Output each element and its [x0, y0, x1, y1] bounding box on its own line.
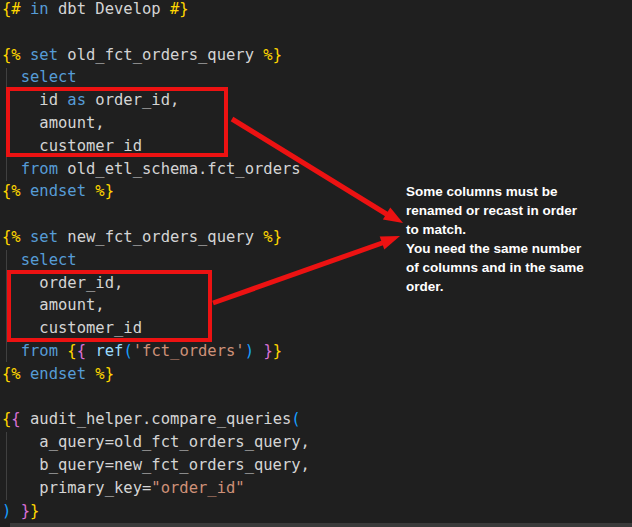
code-token: {#	[2, 0, 21, 18]
code-line	[0, 386, 632, 409]
code-line: {% set old_fct_orders_query %}	[0, 44, 632, 67]
code-token: 'fct_orders'	[133, 342, 245, 360]
code-token: audit_helper.compare_queries	[21, 410, 292, 428]
code-token: )	[245, 342, 254, 360]
code-token: from	[21, 160, 58, 178]
code-token	[21, 365, 30, 383]
code-token: {	[67, 342, 76, 360]
code-token	[2, 160, 21, 178]
code-token: old_etl_schema.fct_orders	[58, 160, 301, 178]
code-token	[86, 182, 95, 200]
code-line: select	[0, 66, 632, 89]
horizontal-scrollbar[interactable]	[10, 523, 632, 527]
code-token	[11, 502, 20, 520]
code-token	[2, 251, 21, 269]
code-token: {	[11, 410, 20, 428]
code-token: (	[123, 342, 132, 360]
code-token	[21, 182, 30, 200]
code-line: ) }}	[0, 500, 632, 523]
annotation-line: of columns and in the same	[406, 258, 584, 277]
code-line	[0, 21, 632, 44]
code-token: (	[291, 410, 300, 428]
code-token: {	[2, 410, 11, 428]
code-line: a_query=old_fct_orders_query,	[0, 431, 632, 454]
indent-guide	[6, 432, 7, 500]
code-token: {	[77, 342, 86, 360]
code-token: {%	[2, 228, 21, 246]
code-line: {{ audit_helper.compare_queries(	[0, 408, 632, 431]
code-token: from	[21, 342, 58, 360]
annotation-line: Some columns must be	[406, 182, 584, 201]
code-token: b_query=new_fct_orders_query,	[2, 456, 310, 474]
code-token	[21, 228, 30, 246]
code-token: old_fct_orders_query	[58, 46, 263, 64]
code-token: "order_id"	[151, 479, 244, 497]
code-token	[2, 68, 21, 86]
code-token: endset	[30, 365, 86, 383]
code-token	[21, 46, 30, 64]
annotation-line: You need the same number	[406, 239, 584, 258]
code-token: a_query=old_fct_orders_query,	[2, 433, 310, 451]
code-token: select	[21, 68, 77, 86]
code-token: new_fct_orders_query	[58, 228, 263, 246]
code-line: from old_etl_schema.fct_orders	[0, 158, 632, 181]
code-token: {%	[2, 365, 21, 383]
code-token: select	[21, 251, 77, 269]
code-token: }	[263, 342, 272, 360]
code-token: {%	[2, 182, 21, 200]
code-line: {% endset %}	[0, 363, 632, 386]
code-token: endset	[30, 182, 86, 200]
code-token: %}	[263, 46, 282, 64]
code-token: %}	[263, 228, 282, 246]
highlight-box-old-columns	[6, 87, 228, 157]
annotation-line: to match.	[406, 220, 584, 239]
code-token: }	[21, 502, 30, 520]
annotation-line: renamed or recast in order	[406, 201, 584, 220]
code-token	[2, 342, 21, 360]
annotation-line: order.	[406, 277, 584, 296]
code-token: ref	[95, 342, 123, 360]
code-token: )	[2, 502, 11, 520]
code-token: set	[30, 228, 58, 246]
code-token	[86, 342, 95, 360]
annotation-note: Some columns must be renamed or recast i…	[406, 182, 584, 296]
code-token: #}	[170, 0, 189, 18]
code-token: primary_key=	[2, 479, 151, 497]
code-token: set	[30, 46, 58, 64]
code-token	[86, 365, 95, 383]
code-token: %}	[95, 365, 114, 383]
code-line: primary_key="order_id"	[0, 477, 632, 500]
code-line: {# in dbt Develop #}	[0, 0, 632, 21]
code-line: b_query=new_fct_orders_query,	[0, 454, 632, 477]
highlight-box-new-columns	[7, 270, 212, 342]
code-token: %}	[95, 182, 114, 200]
code-line: from {{ ref('fct_orders') }}	[0, 340, 632, 363]
code-token: }	[30, 502, 39, 520]
code-token	[58, 342, 67, 360]
code-token	[254, 342, 263, 360]
code-token	[21, 0, 30, 18]
code-token: in	[30, 0, 49, 18]
code-token: {%	[2, 46, 21, 64]
code-token: dbt Develop	[49, 0, 170, 18]
code-token: }	[273, 342, 282, 360]
